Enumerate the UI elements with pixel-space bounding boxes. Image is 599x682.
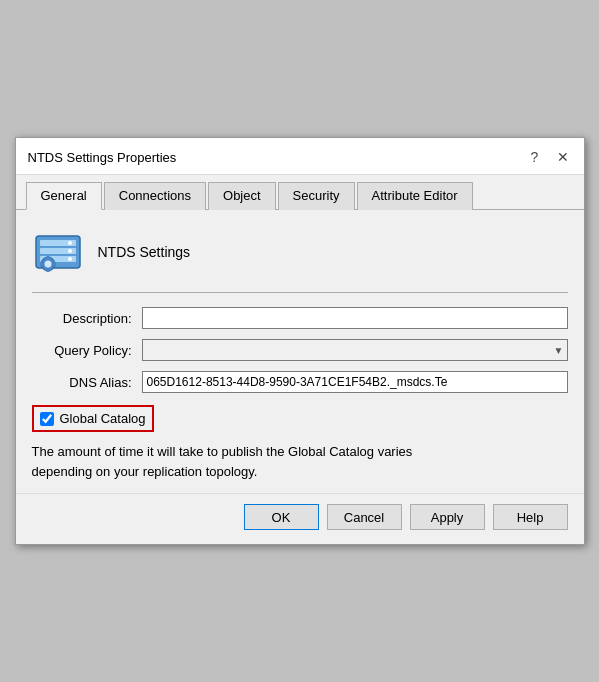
svg-rect-12 xyxy=(53,263,56,266)
dialog-window: NTDS Settings Properties ? ✕ General Con… xyxy=(15,137,585,545)
tab-security[interactable]: Security xyxy=(278,182,355,210)
dns-alias-input[interactable] xyxy=(142,371,568,393)
svg-rect-9 xyxy=(46,256,49,259)
ok-button[interactable]: OK xyxy=(244,504,319,530)
dns-alias-row: DNS Alias: xyxy=(32,371,568,393)
divider xyxy=(32,292,568,293)
help-button[interactable]: ? xyxy=(524,146,546,168)
tabs-bar: General Connections Object Security Attr… xyxy=(16,175,584,210)
help-footer-button[interactable]: Help xyxy=(493,504,568,530)
ntds-icon xyxy=(32,226,84,278)
description-label: Description: xyxy=(32,311,142,326)
description-row: Description: xyxy=(32,307,568,329)
icon-title-row: NTDS Settings xyxy=(32,226,568,278)
global-catalog-label[interactable]: Global Catalog xyxy=(60,411,146,426)
query-policy-row: Query Policy: ▼ xyxy=(32,339,568,361)
global-catalog-row: Global Catalog xyxy=(32,405,154,432)
cancel-button[interactable]: Cancel xyxy=(327,504,402,530)
description-input[interactable] xyxy=(142,307,568,329)
svg-point-8 xyxy=(44,261,51,268)
close-button[interactable]: ✕ xyxy=(552,146,574,168)
footer: OK Cancel Apply Help xyxy=(16,493,584,544)
dns-alias-label: DNS Alias: xyxy=(32,375,142,390)
svg-rect-11 xyxy=(40,263,43,266)
info-text: The amount of time it will take to publi… xyxy=(32,442,462,481)
window-title: NTDS Settings Properties xyxy=(28,150,177,165)
svg-point-5 xyxy=(68,249,72,253)
global-catalog-checkbox[interactable] xyxy=(40,412,54,426)
tab-general[interactable]: General xyxy=(26,182,102,210)
svg-point-4 xyxy=(68,241,72,245)
tab-connections[interactable]: Connections xyxy=(104,182,206,210)
tab-object[interactable]: Object xyxy=(208,182,276,210)
apply-button[interactable]: Apply xyxy=(410,504,485,530)
tab-content: NTDS Settings Description: Query Policy:… xyxy=(16,210,584,493)
query-policy-select-wrapper: ▼ xyxy=(142,339,568,361)
tab-attribute-editor[interactable]: Attribute Editor xyxy=(357,182,473,210)
svg-point-6 xyxy=(68,257,72,261)
title-bar: NTDS Settings Properties ? ✕ xyxy=(16,138,584,175)
svg-rect-10 xyxy=(46,269,49,272)
query-policy-select[interactable] xyxy=(142,339,568,361)
icon-label: NTDS Settings xyxy=(98,244,191,260)
query-policy-label: Query Policy: xyxy=(32,343,142,358)
